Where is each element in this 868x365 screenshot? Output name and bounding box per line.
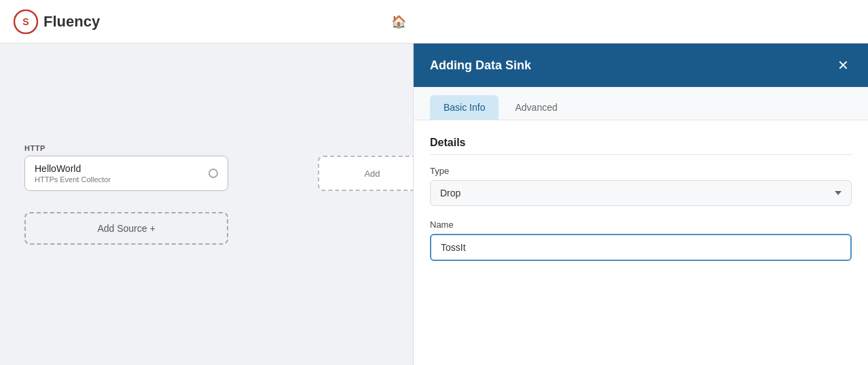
type-select[interactable]: Drop Forward Archive Filter [430,180,852,206]
node-title: HelloWorld [35,163,111,174]
tab-advanced[interactable]: Advanced [501,95,571,120]
http-label: HTTP [24,144,46,152]
fluency-logo-icon: S [14,10,38,34]
node-content: HelloWorld HTTPs Event Collector [35,163,111,184]
app-header: S Fluency 🏠 [0,0,868,44]
add-sink-partial-text: Add [364,169,380,179]
section-details-title: Details [430,137,852,155]
node-connector [209,169,218,178]
name-field: Name [430,220,852,261]
logo-text: Fluency [43,13,100,31]
logo-area: S Fluency [14,10,100,34]
svg-text:S: S [22,16,29,27]
home-icon[interactable]: 🏠 [391,14,406,29]
main-layout: HTTP HelloWorld HTTPs Event Collector Ad… [0,44,868,365]
tab-basic-info[interactable]: Basic Info [430,95,499,120]
type-field: Type Drop Forward Archive Filter [430,166,852,206]
panel-title: Adding Data Sink [430,58,531,73]
panel-close-button[interactable]: ✕ [835,56,852,75]
add-source-button[interactable]: Add Source + [24,212,228,245]
name-input[interactable] [430,234,852,261]
canvas-area: HTTP HelloWorld HTTPs Event Collector Ad… [0,44,413,365]
panel-body: Details Type Drop Forward Archive Filter… [414,120,868,365]
panel-tabs: Basic Info Advanced [414,87,868,120]
node-subtitle: HTTPs Event Collector [35,175,111,184]
node-helloworld[interactable]: HelloWorld HTTPs Event Collector [24,156,228,191]
panel-header: Adding Data Sink ✕ [414,44,868,87]
add-sink-node[interactable]: Add [318,156,413,191]
name-label: Name [430,220,852,230]
type-label: Type [430,166,852,176]
adding-data-sink-panel: Adding Data Sink ✕ Basic Info Advanced D… [413,44,868,365]
